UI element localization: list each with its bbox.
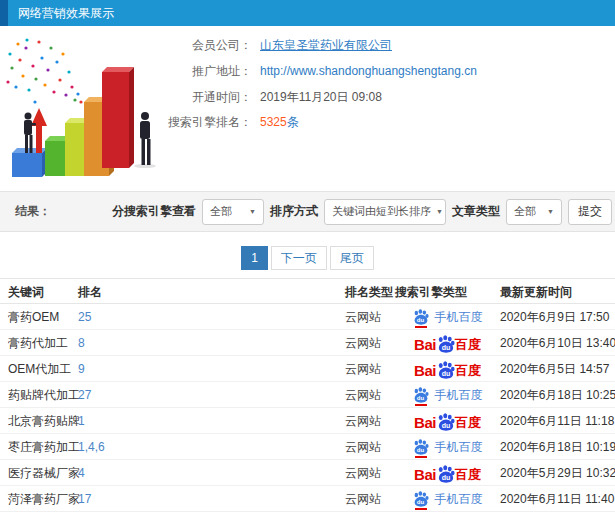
type-filter-value: 全部 (514, 204, 536, 219)
table-row: 医疗器械厂家 4 云网站 B (0, 460, 615, 486)
rank-link[interactable]: 8 (78, 330, 85, 356)
updated-time-cell: 2020年6月10日 13:40 (500, 330, 615, 356)
engine-cell: Bai du 百度 (395, 356, 500, 382)
chevron-down-icon: ▼ (436, 208, 443, 215)
baidu-logo: Bai du 百度 (414, 335, 481, 352)
bar-chart-illustration (0, 32, 185, 184)
baidu-cn-text: 百度 (455, 468, 481, 482)
table-row: 膏药OEM 25 云网站 du 手机百度 (0, 304, 615, 330)
paw-du-text: du (417, 447, 424, 453)
keyword-cell: 药贴牌代加工 (8, 382, 80, 408)
company-label: 会员公司： (60, 37, 252, 53)
page-header: 网络营销效果展示 (0, 0, 615, 26)
pagination: 1 下一页 尾页 (0, 246, 615, 270)
keyword-cell: 膏药代加工 (8, 330, 68, 356)
paw-du-text: du (417, 317, 424, 323)
rank-link[interactable]: 9 (78, 356, 85, 382)
baidu-bai-text: Bai (414, 337, 436, 352)
baidu-cn-text: 百度 (455, 338, 481, 352)
chevron-down-icon: ▼ (547, 208, 554, 215)
rank-type-cell: 云网站 (345, 382, 381, 408)
paw-du-text: du (417, 395, 424, 401)
company-row: 会员公司： 山东皇圣堂药业有限公司 (0, 37, 615, 53)
keyword-cell: 菏泽膏药厂家 (8, 486, 80, 512)
mobile-baidu-logo: du 手机百度 (413, 486, 483, 512)
updated-time-cell: 2020年6月9日 17:50 (500, 304, 609, 330)
keyword-cell: 膏药OEM (8, 304, 59, 330)
engine-rank-label: 搜索引擎排名： (60, 114, 252, 130)
promo-url-row: 推广地址： http://www.shandonghuangshengtang.… (0, 63, 615, 79)
baidu-paw-icon: du (413, 309, 429, 325)
rank-count: 5325 (260, 115, 287, 129)
baidu-paw-icon: du (437, 465, 455, 483)
paw-du-text: du (442, 344, 451, 351)
sort-filter-value: 关键词由短到长排序 (332, 204, 431, 219)
engine-rank-value: 5325条 (260, 114, 299, 130)
engine-filter-select[interactable]: 全部 ▼ (202, 199, 264, 225)
submit-button[interactable]: 提交 (568, 199, 612, 225)
updated-time-cell: 2020年6月18日 10:19 (500, 434, 615, 460)
baidu-paw-icon: du (437, 413, 455, 431)
baidu-paw-icon: du (437, 361, 455, 379)
opened-time-row: 开通时间： 2019年11月20日 09:08 (0, 89, 615, 105)
next-page-button[interactable]: 下一页 (271, 246, 327, 270)
mobile-baidu-logo: du 手机百度 (413, 434, 483, 460)
engine-cell: du 手机百度 (395, 486, 500, 512)
last-page-button[interactable]: 尾页 (330, 246, 374, 270)
table-body: 膏药OEM 25 云网站 du 手机百度 (0, 304, 615, 512)
col-keyword: 关键词 (8, 279, 44, 305)
col-rank-type: 排名类型 (345, 279, 393, 305)
table-row: 菏泽膏药厂家 17 云网站 du 手机百度 (0, 486, 615, 512)
engine-cell: du 手机百度 (395, 304, 500, 330)
table-header: 关键词 排名 排名类型 搜索引擎类型 最新更新时间 (0, 278, 615, 304)
sort-filter-select[interactable]: 关键词由短到长排序 ▼ (324, 199, 446, 225)
promo-url-link[interactable]: http://www.shandonghuangshengtang.cn (260, 63, 477, 79)
baidu-logo: Bai du 百度 (414, 413, 481, 430)
type-filter-label: 文章类型 (452, 203, 500, 220)
rank-link[interactable]: 17 (78, 486, 91, 512)
engine-cell: Bai du 百度 (395, 460, 500, 486)
baidu-logo: Bai du 百度 (414, 361, 481, 378)
updated-time-cell: 2020年6月5日 14:57 (500, 356, 609, 382)
updated-time-cell: 2020年5月29日 10:32 (500, 460, 615, 486)
paw-du-text: du (442, 370, 451, 377)
page-1-button[interactable]: 1 (241, 246, 268, 270)
paw-du-text: du (442, 474, 451, 481)
type-filter-select[interactable]: 全部 ▼ (506, 199, 562, 225)
sort-filter-label: 排序方式 (270, 203, 318, 220)
baidu-bai-text: Bai (414, 363, 436, 378)
paw-red-underline (415, 404, 427, 406)
rank-link[interactable]: 1 (78, 408, 85, 434)
baidu-cn-text: 百度 (455, 364, 481, 378)
engine-rank-row: 搜索引擎排名： 5325条 (0, 114, 615, 130)
engine-filter-label: 分搜索引擎查看 (112, 203, 196, 220)
col-rank: 排名 (78, 279, 102, 305)
keyword-cell: OEM代加工 (8, 356, 71, 382)
company-link[interactable]: 山东皇圣堂药业有限公司 (260, 37, 392, 53)
engine-filter-value: 全部 (210, 204, 232, 219)
chevron-down-icon: ▼ (249, 208, 256, 215)
rank-link[interactable]: 4 (78, 460, 85, 486)
header-accent (0, 0, 8, 26)
mobile-baidu-label: 手机百度 (435, 434, 483, 460)
paw-du-text: du (417, 499, 424, 505)
filter-controls: 分搜索引擎查看 全部 ▼ 排序方式 关键词由短到长排序 ▼ 文章类型 全部 ▼ … (112, 192, 612, 231)
opened-time-label: 开通时间： (60, 89, 252, 105)
rank-link[interactable]: 1,4,6 (78, 434, 105, 460)
baidu-cn-text: 百度 (455, 416, 481, 430)
marketing-effect-page: 网络营销效果展示 (0, 0, 615, 520)
table-row: 膏药代加工 8 云网站 Ba (0, 330, 615, 356)
paw-red-underline (415, 456, 427, 458)
rank-link[interactable]: 25 (78, 304, 91, 330)
table-row: 枣庄膏药加工 1,4,6 云网站 du 手机百度 (0, 434, 615, 460)
rank-link[interactable]: 27 (78, 382, 91, 408)
promo-url-label: 推广地址： (60, 63, 252, 79)
table-row: OEM代加工 9 云网站 B (0, 356, 615, 382)
mobile-baidu-logo: du 手机百度 (413, 382, 483, 408)
engine-cell: du 手机百度 (395, 382, 500, 408)
col-updated: 最新更新时间 (500, 279, 572, 305)
rank-type-cell: 云网站 (345, 304, 381, 330)
opened-time-value: 2019年11月20日 09:08 (260, 89, 382, 105)
table-row: 药贴牌代加工 27 云网站 du 手机百度 (0, 382, 615, 408)
rank-type-cell: 云网站 (345, 434, 381, 460)
